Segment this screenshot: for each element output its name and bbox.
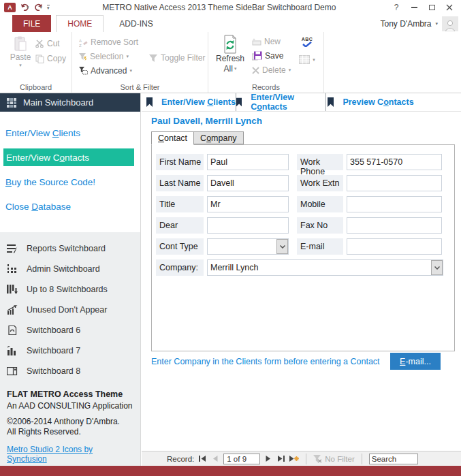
first-record-button[interactable] [197, 454, 207, 464]
sort-filter-group-label: Sort & Filter [72, 83, 208, 91]
menu-item-close-database[interactable]: Close Database [0, 194, 140, 219]
last-name-field[interactable] [207, 175, 289, 191]
app-subtitle: An AAD CONSULTING Application [7, 401, 133, 411]
refresh-all-button[interactable]: Refresh All▾ [214, 35, 247, 75]
sidebar-item-switchboard-8[interactable]: Switchboard 8 [0, 361, 140, 381]
window-icon [7, 367, 18, 376]
tab-home[interactable]: HOME [56, 15, 104, 32]
menu-item-buy-source-code[interactable]: Buy the Source Code! [0, 170, 140, 194]
cont-type-dropdown-button[interactable] [276, 239, 288, 254]
sidebar-item-switchboard-7[interactable]: Switchboard 7 [0, 340, 140, 361]
previous-record-button[interactable] [210, 454, 220, 464]
cut-label: Cut [47, 39, 60, 48]
form-tabstrip: Enter/View Clients Enter/View Contacts P… [142, 93, 461, 112]
company-combo[interactable] [207, 259, 443, 276]
spelling-abc-label: ABC [302, 37, 313, 42]
minimize-icon [411, 7, 417, 8]
new-record-button[interactable] [289, 454, 299, 464]
mobile-field[interactable] [347, 196, 442, 212]
dear-field[interactable] [207, 217, 289, 234]
work-phone-field[interactable] [347, 154, 442, 170]
sidebar-item-reports-switchboard[interactable]: Reports Switchboard [0, 238, 140, 259]
help-button[interactable]: ? [389, 1, 404, 14]
redo-caret-icon: ▾ [40, 5, 43, 10]
sidebar: Main Switchboard Enter/View Clients Ente… [0, 93, 141, 466]
form-hint-text: Enter Company in the Clients form before… [151, 357, 380, 366]
more-datasheet-button[interactable]: ▾ [299, 55, 315, 64]
save-record-button[interactable]: Save [252, 51, 291, 61]
email-field[interactable] [347, 238, 442, 255]
syncfusion-link[interactable]: Metro Studio 2 Icons by Syncfusion [7, 445, 133, 464]
no-filter-button[interactable]: No Filter [313, 455, 354, 463]
maximize-icon [429, 5, 435, 10]
selection-button[interactable]: Selection ▾ [79, 52, 138, 61]
redo-button[interactable]: ▾ [34, 3, 43, 12]
account-caret-icon: ▾ [435, 21, 438, 27]
remove-sort-button[interactable]: AZ Remove Sort [79, 37, 138, 47]
group-records: Refresh All▾ New Save Delete ▾ [208, 32, 324, 93]
new-record-button[interactable]: New [252, 37, 291, 46]
sidebar-item-unused-dont-appear[interactable]: Unused Don't Appear [0, 300, 140, 320]
last-record-button[interactable] [276, 454, 286, 464]
rights-line: All Rights Reserved. [7, 427, 133, 437]
record-navigation-bar: Record: 1 of 9 No Filter [142, 451, 461, 466]
switchboard-header: Main Switchboard [0, 93, 140, 112]
advanced-button[interactable]: Advanced ▾ [79, 66, 138, 76]
title-field[interactable] [207, 196, 289, 212]
sidebar-item-admin-switchboard[interactable]: Admin Switchboard [0, 259, 140, 279]
tab-contact[interactable]: Contact [151, 131, 194, 145]
toggle-filter-label: Toggle Filter [161, 53, 205, 63]
avatar[interactable] [442, 16, 458, 31]
cont-type-label: Cont Type [156, 238, 204, 255]
paste-button[interactable]: Paste ▾ [5, 36, 35, 69]
record-position-box[interactable]: 1 of 9 [223, 454, 260, 464]
svg-text:Z: Z [79, 44, 82, 47]
sidebar-item-up-to-8-switchboards[interactable]: Up to 8 Switchboards [0, 279, 140, 300]
maximize-button[interactable] [424, 1, 439, 14]
undo-button[interactable]: ▾ [20, 3, 29, 12]
tab-enter-view-contacts[interactable]: Enter/View Contacts [236, 93, 325, 111]
tab-file[interactable]: FILE [12, 15, 51, 32]
svg-text:A: A [79, 39, 82, 43]
refresh-caret-icon: ▾ [234, 66, 237, 72]
paste-label: Paste [10, 52, 31, 63]
record-search-input[interactable] [369, 454, 418, 464]
tab-add-ins[interactable]: ADD-INS [108, 15, 163, 32]
sidebar-item-switchboard-6[interactable]: Switchboard 6 [0, 320, 140, 340]
menu-item-enter-view-clients[interactable]: Enter/View Clients [0, 121, 140, 145]
chart-up-icon [7, 305, 18, 315]
next-record-button[interactable] [264, 454, 273, 464]
ribbon: Paste ▾ Cut Copy Clipboard [0, 32, 461, 93]
record-title: Paul Davell, Merrill Lynch [151, 116, 262, 126]
toggle-filter-button[interactable]: Toggle Filter [149, 53, 205, 63]
first-name-field[interactable] [207, 154, 289, 170]
fax-no-label: Fax No [297, 217, 343, 234]
content-area: Main Switchboard Enter/View Clients Ente… [0, 93, 461, 466]
fax-no-field[interactable] [347, 217, 442, 234]
access-app-icon[interactable]: A [4, 3, 16, 12]
cont-type-combo[interactable] [207, 238, 289, 255]
delete-record-button[interactable]: Delete ▾ [252, 65, 291, 75]
nav-separator [306, 454, 306, 464]
close-button[interactable] [442, 1, 457, 14]
page-icon [7, 326, 18, 335]
access-window: A ▾ ▾ ▾ METRO Native Access 2013 Theme S… [0, 0, 461, 476]
minimize-button[interactable] [407, 1, 422, 14]
switchboard-header-title: Main Switchboard [23, 97, 93, 108]
save-label: Save [265, 51, 283, 61]
email-button[interactable]: E-mail... [390, 353, 441, 370]
tab-company[interactable]: Company [194, 131, 244, 144]
undo-caret-icon: ▾ [27, 5, 29, 10]
bookmark-icon [236, 97, 242, 107]
menu-item-enter-view-contacts[interactable]: Enter/View Contacts [3, 148, 134, 166]
cut-button[interactable]: Cut [35, 39, 66, 48]
account-menu[interactable]: Tony D'Ambra ▾ [381, 15, 461, 32]
tab-enter-view-clients[interactable]: Enter/View Clients [146, 93, 236, 111]
company-field[interactable] [207, 259, 443, 276]
copy-button[interactable]: Copy [35, 54, 66, 63]
company-dropdown-button[interactable] [431, 260, 443, 275]
dear-label: Dear [156, 217, 204, 234]
tab-preview-contacts[interactable]: Preview Contacts [326, 93, 415, 111]
spelling-button[interactable]: ABC [299, 37, 315, 47]
work-extn-field[interactable] [347, 175, 442, 191]
